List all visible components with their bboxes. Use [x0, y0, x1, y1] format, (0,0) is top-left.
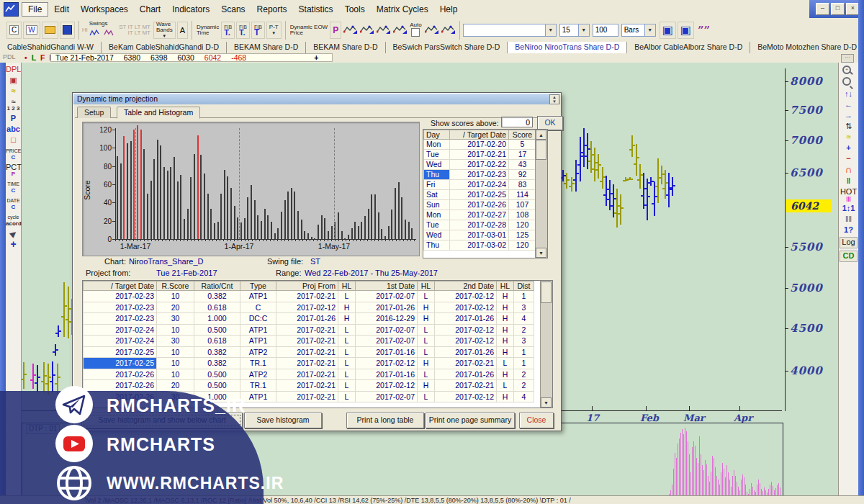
candles-icon[interactable]: ‖: [839, 177, 858, 185]
tab-bekam-share-d-d-3[interactable]: BEKAM Share D-D: [306, 42, 385, 53]
row-options-button[interactable]: ···: [841, 54, 854, 63]
scroll-updown-icon[interactable]: ↑↓: [839, 90, 858, 98]
swing-overlay-icon[interactable]: ≈: [6, 87, 21, 95]
column-header-day[interactable]: Day: [424, 130, 450, 140]
table-row[interactable]: Sun2017-02-26107: [424, 200, 536, 210]
magnet-icon[interactable]: ∩: [839, 166, 858, 174]
menu-scans[interactable]: Scans: [215, 3, 251, 16]
swing-m-icon[interactable]: [89, 27, 101, 39]
show-scores-input[interactable]: 0: [501, 117, 533, 127]
pane-layout-button-2[interactable]: ▣: [678, 22, 694, 39]
eow-price-button[interactable]: P: [330, 22, 341, 39]
dpl-label[interactable]: DPL: [6, 66, 21, 73]
tab-bekam-share-d-d-2[interactable]: BEKAM Share D-D: [227, 42, 306, 53]
menu-reports[interactable]: Reports: [251, 3, 293, 16]
period-combo[interactable]: 15▼: [559, 24, 590, 37]
table-row[interactable]: Fri2017-02-2483: [424, 180, 536, 190]
column-header-target-date[interactable]: / Target Date: [84, 282, 157, 291]
table-row[interactable]: 2017-02-26100.500ATP22017-02-21L2017-01-…: [84, 369, 534, 380]
pair-compare-icon[interactable]: 1↕1: [839, 204, 858, 212]
column-header-target-date[interactable]: / Target Date: [450, 130, 509, 140]
compress-bars-icon[interactable]: ⇅: [839, 122, 858, 130]
swings-icon[interactable]: ≈: [839, 133, 858, 141]
numbered-swing-icon[interactable]: ≈1 2 3: [6, 98, 21, 112]
close-button[interactable]: Close: [519, 413, 554, 428]
zoom-tool-icon[interactable]: [839, 77, 858, 87]
new-workspace-button[interactable]: W: [23, 22, 40, 39]
menu-edit[interactable]: Edit: [48, 3, 75, 16]
menu-statistics[interactable]: Statistics: [293, 3, 339, 16]
pattern-icon-1[interactable]: [343, 24, 357, 37]
column-header-type[interactable]: Type: [240, 282, 276, 291]
cd-button[interactable]: CD: [840, 251, 858, 262]
table-row[interactable]: Mon2017-02-205: [424, 140, 536, 150]
column-header-dist[interactable]: Dist: [514, 282, 534, 291]
column-header-ratio-cnt[interactable]: Ratio/Cnt: [194, 282, 240, 291]
tab-beswich-parsswitch-share-d-d-4[interactable]: BeSwich ParsSwitch Share D-D: [386, 42, 508, 53]
tab-beniroo-nirootrans-share-d-d-5[interactable]: BeNiroo NirooTrans Share D-D: [508, 42, 627, 53]
column-header-hl[interactable]: HL: [338, 282, 356, 291]
zoom-window-icon[interactable]: +: [839, 66, 858, 74]
print-one-page-summary-button[interactable]: Print one page summary: [426, 413, 515, 428]
menu-chart[interactable]: Chart: [134, 3, 166, 16]
box-tool-icon[interactable]: □: [6, 136, 21, 144]
ok-button[interactable]: OK: [537, 116, 563, 130]
save-histogram-button[interactable]: Save histogram: [244, 413, 322, 428]
tab-bealbor-cablealborz-share-d-d-6[interactable]: BeAlbor CableAlborz Share D-D: [627, 42, 750, 53]
hot-list-icon[interactable]: HOT|||: [839, 188, 858, 202]
quote-field[interactable]: Tue 21-Feb-2017 6380 6398 6030 6042 -468…: [50, 53, 333, 62]
bar-question-icon[interactable]: 1?: [839, 226, 858, 234]
table-row[interactable]: 2017-02-24100.500ATP12017-02-21L2017-02-…: [84, 324, 534, 336]
add-bars-icon[interactable]: +: [839, 144, 858, 152]
pattern-icon-5[interactable]: [425, 24, 438, 37]
menu-matrix-cycles[interactable]: Matrix Cycles: [371, 3, 434, 16]
bars-count-input[interactable]: 100: [593, 24, 618, 37]
table-row[interactable]: 2017-02-23100.382ATP12017-02-21L2017-02-…: [84, 291, 534, 302]
remove-bars-icon[interactable]: −: [839, 155, 858, 163]
time-calculator-icon[interactable]: TIMEC: [6, 180, 21, 194]
table-row[interactable]: 2017-02-26200.500TR.12017-02-21L2017-02-…: [84, 380, 534, 392]
fib-time-button-2[interactable]: FIBT.: [236, 22, 250, 39]
table-row[interactable]: 2017-02-23301.000DC:C2017-01-26H2016-12-…: [84, 313, 534, 325]
relative-bars-icon[interactable]: ‖‖: [839, 215, 858, 223]
column-header-2nd-date[interactable]: 2nd Date: [435, 282, 497, 291]
pane-layout-button-1[interactable]: ▣: [660, 22, 676, 39]
table-row[interactable]: Thu2017-03-02120: [424, 240, 536, 251]
table-row[interactable]: Wed2017-03-01125: [424, 230, 536, 240]
swing-a-icon[interactable]: [104, 27, 115, 39]
tab-setup[interactable]: Setup: [77, 107, 111, 118]
text-tool-icon[interactable]: abc: [6, 125, 21, 133]
pattern-icon-4[interactable]: [393, 24, 407, 37]
fib-time-button-3[interactable]: FIBT: [251, 22, 265, 39]
window-minimize-button[interactable]: –: [816, 3, 829, 15]
column-header-proj-from[interactable]: Proj From: [276, 282, 338, 291]
table-row[interactable]: Thu2017-02-2392: [424, 170, 536, 180]
column-header-1st-date[interactable]: 1st Date: [356, 282, 418, 291]
scroll-left-icon[interactable]: ←: [839, 101, 858, 109]
table-row[interactable]: 2017-02-24300.618ATP12017-02-21L2017-02-…: [84, 336, 534, 347]
window-restore-button[interactable]: □: [831, 3, 845, 15]
auto-checkbox[interactable]: [411, 28, 420, 37]
day-table-scrollbar[interactable]: ▲ ▼: [535, 130, 547, 258]
log-scale-button[interactable]: Log: [840, 237, 858, 248]
capture-tool-icon[interactable]: ▣: [6, 76, 21, 84]
quotes-icon[interactable]: ””: [696, 22, 712, 39]
table-row[interactable]: 2017-02-25100.382TR.12017-02-21L2017-02-…: [84, 358, 534, 369]
pointer-tool-icon[interactable]: ▶: [6, 230, 21, 238]
crosshair-tool-icon[interactable]: +: [6, 240, 21, 249]
pattern-icon-3[interactable]: [377, 24, 390, 37]
pt-dropdown-button[interactable]: P-T▼: [266, 22, 282, 39]
percent-calculator-icon[interactable]: PCTP: [6, 163, 21, 177]
menu-file[interactable]: File: [22, 2, 48, 17]
table-row[interactable]: Tue2017-02-28120: [424, 220, 536, 230]
table-row[interactable]: 2017-02-25100.382ATP22017-02-21L2017-01-…: [84, 346, 534, 358]
projection-table-scrollbar[interactable]: ▼: [540, 281, 552, 408]
menu-tools[interactable]: Tools: [339, 3, 371, 16]
a-button[interactable]: A: [177, 22, 188, 39]
scroll-right-icon[interactable]: →: [839, 112, 858, 120]
print-a-long-table-button[interactable]: Print a long table: [346, 413, 424, 428]
date-calculator-icon[interactable]: DATEC: [6, 197, 21, 210]
pattern-icon-6[interactable]: [441, 24, 455, 37]
table-row[interactable]: Tue2017-02-2117: [424, 150, 536, 160]
table-row[interactable]: Sat2017-02-25114: [424, 190, 536, 200]
